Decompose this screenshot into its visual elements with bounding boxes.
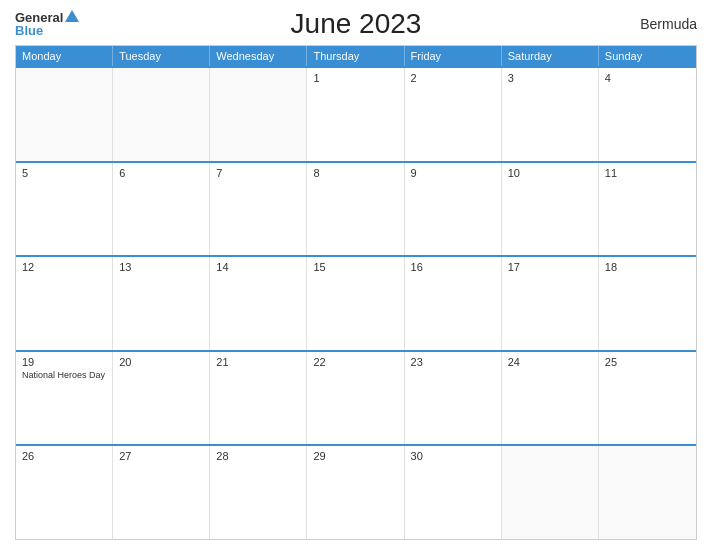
cal-cell-w3-sun: 18 xyxy=(599,257,696,350)
cal-cell-w5-wed: 28 xyxy=(210,446,307,539)
header-monday: Monday xyxy=(16,46,113,66)
cal-cell-w4-mon: 19 National Heroes Day xyxy=(16,352,113,445)
logo-general: General xyxy=(15,11,63,24)
calendar-week-2: 5 6 7 8 9 10 11 xyxy=(16,161,696,256)
cal-cell-w4-wed: 21 xyxy=(210,352,307,445)
cal-cell-w2-sat: 10 xyxy=(502,163,599,256)
cal-cell-w5-mon: 26 xyxy=(16,446,113,539)
cal-cell-w4-fri: 23 xyxy=(405,352,502,445)
calendar-week-3: 12 13 14 15 16 17 18 xyxy=(16,255,696,350)
cal-cell-w4-sat: 24 xyxy=(502,352,599,445)
cal-cell-w4-thu: 22 xyxy=(307,352,404,445)
cal-cell-w3-mon: 12 xyxy=(16,257,113,350)
header-thursday: Thursday xyxy=(307,46,404,66)
calendar-body: 1 2 3 4 5 6 7 8 9 10 11 12 13 14 15 16 xyxy=(16,66,696,539)
cal-cell-w4-tue: 20 xyxy=(113,352,210,445)
header-tuesday: Tuesday xyxy=(113,46,210,66)
logo-triangle-icon xyxy=(65,10,79,22)
cal-cell-w2-thu: 8 xyxy=(307,163,404,256)
header-wednesday: Wednesday xyxy=(210,46,307,66)
cal-cell-w4-sun: 25 xyxy=(599,352,696,445)
logo: General Blue xyxy=(15,10,79,37)
cal-cell-w3-tue: 13 xyxy=(113,257,210,350)
calendar-week-5: 26 27 28 29 30 xyxy=(16,444,696,539)
cal-cell-w3-fri: 16 xyxy=(405,257,502,350)
page-header: General Blue June 2023 Bermuda xyxy=(15,10,697,37)
cal-cell-w5-fri: 30 xyxy=(405,446,502,539)
cal-cell-w2-tue: 6 xyxy=(113,163,210,256)
calendar-week-4: 19 National Heroes Day 20 21 22 23 24 25 xyxy=(16,350,696,445)
cal-cell-w2-sun: 11 xyxy=(599,163,696,256)
region-label: Bermuda xyxy=(640,16,697,32)
header-saturday: Saturday xyxy=(502,46,599,66)
calendar-grid: Monday Tuesday Wednesday Thursday Friday… xyxy=(15,45,697,540)
cal-cell-w3-wed: 14 xyxy=(210,257,307,350)
cal-cell-w1-sat: 3 xyxy=(502,68,599,161)
calendar-week-1: 1 2 3 4 xyxy=(16,66,696,161)
cal-cell-w1-tue xyxy=(113,68,210,161)
cal-cell-w1-mon xyxy=(16,68,113,161)
logo-blue: Blue xyxy=(15,24,43,37)
cal-cell-w2-mon: 5 xyxy=(16,163,113,256)
cal-cell-w3-sat: 17 xyxy=(502,257,599,350)
calendar-title: June 2023 xyxy=(291,8,422,40)
calendar-header-row: Monday Tuesday Wednesday Thursday Friday… xyxy=(16,46,696,66)
cal-cell-w2-wed: 7 xyxy=(210,163,307,256)
cal-cell-w3-thu: 15 xyxy=(307,257,404,350)
cal-cell-w1-wed xyxy=(210,68,307,161)
cal-cell-w5-tue: 27 xyxy=(113,446,210,539)
cal-cell-w1-sun: 4 xyxy=(599,68,696,161)
header-friday: Friday xyxy=(405,46,502,66)
cal-cell-w5-sun xyxy=(599,446,696,539)
cal-cell-w1-fri: 2 xyxy=(405,68,502,161)
header-sunday: Sunday xyxy=(599,46,696,66)
cal-cell-w5-thu: 29 xyxy=(307,446,404,539)
calendar-page: General Blue June 2023 Bermuda Monday Tu… xyxy=(0,0,712,550)
cal-cell-w2-fri: 9 xyxy=(405,163,502,256)
cal-cell-w1-thu: 1 xyxy=(307,68,404,161)
cal-cell-w5-sat xyxy=(502,446,599,539)
